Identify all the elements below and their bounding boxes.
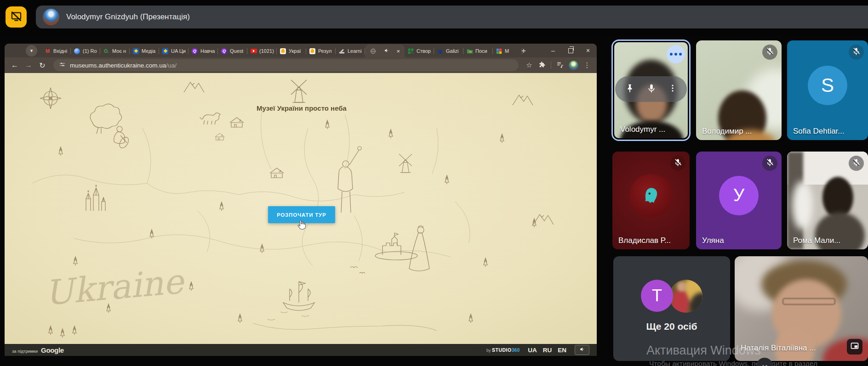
participant-tile-vladyslav[interactable]: Владислав Р... (612, 152, 690, 249)
toolbar-divider (551, 62, 551, 69)
avatar-initial: T (641, 280, 673, 312)
browser-tab[interactable]: Резул (306, 45, 336, 57)
windows-activation-watermark: Активация Windows (646, 343, 761, 358)
tab-label: (1021) (259, 48, 274, 54)
restore-icon (568, 48, 573, 53)
browser-tab[interactable]: O.Моє н (100, 45, 130, 57)
gmail-favicon: M (44, 48, 51, 55)
participant-name: Володимир ... (702, 127, 752, 136)
participant-name: Sofia Dehtiar... (793, 127, 845, 136)
browser-tab[interactable]: (1021) (247, 45, 277, 57)
minimize-button[interactable]: – (544, 44, 562, 57)
browser-tab[interactable]: UA Ци (159, 45, 188, 57)
close-button[interactable]: × (579, 44, 597, 57)
page-footer: за підтримки Google by STUDIO360 UA RU E… (5, 344, 597, 356)
map-watermark-text: Ukraine (43, 261, 187, 313)
restore-button[interactable] (562, 44, 579, 57)
presenter-banner: Volodymyr Gnizdyuh (Презентація) (36, 6, 868, 28)
reload-button[interactable]: ↻ (36, 61, 49, 70)
tab-label: Створ (417, 48, 431, 54)
mic-off-icon (765, 47, 774, 57)
tab-label: (1) Ro (83, 48, 97, 54)
site-title: Музеї України просто неба (257, 104, 347, 112)
tab-label: Украї (289, 48, 303, 54)
stop-presenting-button[interactable] (6, 6, 27, 28)
close-icon: × (586, 47, 590, 54)
participant-name: Уляна (702, 236, 724, 245)
shared-browser-window: ▾ MВхідні(1) RoO.Моє нМедіаUA ЦиQНавчаQQ… (5, 44, 597, 356)
media-controls-button[interactable] (554, 61, 566, 70)
browser-tab[interactable]: (1) Ro (71, 45, 100, 57)
browser-toolbar: ← → ↻ museums.authenticukraine.com.ua/ua… (5, 57, 597, 73)
webpage-map: Музеї України просто неба Ukraine РОЗПОЧ… (5, 73, 597, 344)
new-tab-button[interactable]: + (518, 45, 530, 56)
ua-diamond-favicon (162, 48, 169, 55)
tab-audio-icon[interactable] (384, 47, 389, 55)
tile-hover-controls (615, 76, 687, 102)
avatar-illustration (629, 174, 673, 217)
picture-in-picture-button[interactable] (847, 339, 862, 355)
window-controls: – × (544, 44, 597, 57)
browser-menu-button[interactable]: ⋮ (581, 61, 593, 69)
more-options-icon[interactable] (668, 84, 677, 95)
participant-name: Volodymyr ... (620, 125, 665, 134)
windows-activation-watermark-line2: Чтобы активировать Windows, перейдите в … (649, 360, 817, 366)
meet-favicon (496, 48, 503, 55)
mic-muted-badge (849, 156, 864, 171)
participant-tile-roma[interactable]: Рома Мали... (787, 152, 868, 249)
lang-ru[interactable]: RU (543, 347, 552, 354)
tab-label: Quest (230, 48, 245, 54)
participant-tile-ulyana[interactable]: У Уляна (696, 152, 782, 249)
close-tab-icon[interactable]: × (396, 48, 400, 55)
mic-muted-badge (670, 156, 685, 171)
browser-tab[interactable]: Створ (405, 45, 434, 57)
browser-tab[interactable]: Украї (277, 45, 306, 57)
browser-tab[interactable]: QНавча (188, 45, 218, 57)
active-tab[interactable]: × (365, 45, 405, 57)
mic-muted-badge (849, 45, 864, 60)
reload-icon: ↻ (39, 62, 45, 69)
meet-top-bar: Volodymyr Gnizdyuh (Презентація) (0, 0, 868, 36)
browser-tab[interactable]: QQuest (218, 45, 247, 57)
browser-tab[interactable]: Медіа (130, 45, 159, 57)
chevron-down-icon: ▾ (30, 48, 33, 54)
more-actions-button[interactable] (667, 45, 685, 63)
participant-name: Рома Мали... (793, 236, 840, 245)
browser-tab[interactable]: Learni (336, 45, 365, 57)
participant-tile-sofia[interactable]: S Sofia Dehtiar... (787, 40, 868, 140)
browser-tab[interactable]: Поси (463, 45, 493, 57)
browser-tab[interactable]: Galizi (434, 45, 463, 57)
tab-label: Galizi (446, 48, 461, 54)
presenter-title: Volodymyr Gnizdyuh (Презентація) (66, 12, 190, 22)
participant-name: Владислав Р... (618, 236, 671, 245)
forward-button[interactable]: → (22, 61, 35, 69)
mic-muted-badge (762, 156, 777, 171)
lang-ua[interactable]: UA (528, 347, 537, 354)
tab-label: Медіа (142, 48, 156, 54)
mic-off-icon (852, 47, 861, 57)
presenter-avatar (43, 9, 59, 25)
extensions-button[interactable] (536, 61, 548, 70)
browser-tab[interactable]: MВхідні (41, 45, 71, 57)
bookmark-button[interactable]: ☆ (523, 61, 535, 69)
lang-en[interactable]: EN (558, 347, 566, 354)
hand-cursor (296, 219, 307, 233)
by-label: by (486, 348, 491, 353)
participant-tile-volodymyr2[interactable]: Володимир ... (696, 40, 782, 140)
tab-list: MВхідні(1) RoO.Моє нМедіаUA ЦиQНавчаQQue… (41, 45, 522, 57)
speaker-icon (579, 346, 585, 354)
address-bar[interactable]: museums.authenticukraine.com.ua/ua/ (53, 59, 519, 71)
pin-icon[interactable] (625, 83, 635, 95)
minimize-icon: – (551, 47, 555, 54)
site-settings-icon[interactable] (59, 61, 66, 70)
tab-search-button[interactable]: ▾ (26, 45, 37, 56)
folder-favicon (466, 48, 473, 55)
profile-avatar[interactable] (569, 61, 578, 70)
sound-toggle-button[interactable] (575, 345, 589, 355)
participant-tile-volodymyr[interactable]: Volodymyr ... (611, 39, 691, 141)
q-purple-favicon: Q (221, 48, 228, 55)
tab-strip: ▾ MВхідні(1) RoO.Моє нМедіаUA ЦиQНавчаQQ… (5, 44, 597, 57)
back-button[interactable]: ← (8, 61, 21, 69)
mic-icon[interactable] (646, 83, 657, 95)
o-green-favicon: O. (103, 48, 110, 55)
